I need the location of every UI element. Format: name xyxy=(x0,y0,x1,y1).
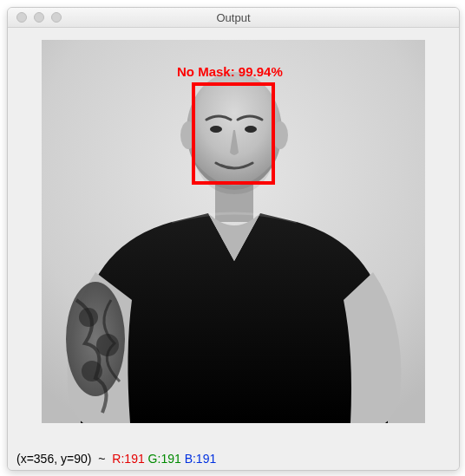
detection-box xyxy=(192,82,275,185)
pixel-b: B:191 xyxy=(185,452,217,466)
separator: ~ xyxy=(95,452,108,466)
pixel-r: R:191 xyxy=(112,452,144,466)
cursor-coord: (x=356, y=90) xyxy=(16,452,91,466)
titlebar[interactable]: Output xyxy=(8,8,459,28)
close-icon[interactable] xyxy=(16,12,27,23)
maximize-icon[interactable] xyxy=(51,12,62,23)
status-bar: (x=356, y=90) ~ R:191 G:191 B:191 xyxy=(16,452,216,466)
image-canvas[interactable]: No Mask: 99.94% xyxy=(42,40,425,423)
output-window: Output xyxy=(7,7,460,471)
minimize-icon[interactable] xyxy=(34,12,44,23)
detection-label: No Mask: 99.94% xyxy=(177,64,283,79)
client-area: No Mask: 99.94% (x=356, y=90) ~ R:191 G:… xyxy=(8,28,459,471)
traffic-lights xyxy=(8,12,62,23)
pixel-g: G:191 xyxy=(148,452,181,466)
window-title: Output xyxy=(8,11,459,24)
